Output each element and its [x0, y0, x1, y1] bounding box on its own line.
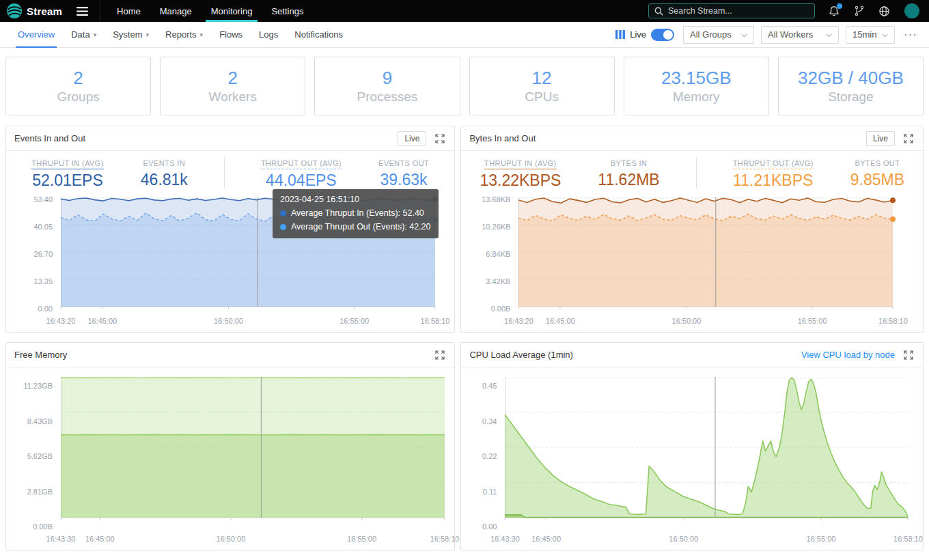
columns-icon: [615, 30, 625, 39]
events-live-button[interactable]: Live: [398, 131, 426, 146]
y-axis-label: 13.35: [6, 277, 53, 285]
monitoring-toolbar: OverviewData▾System▾Reports▾FlowsLogsNot…: [0, 22, 929, 48]
plot-area-cpu: 0.450.340.220.110.00: [461, 377, 923, 531]
chevron-down-icon: [882, 33, 888, 38]
stat-value: 46.81k: [141, 171, 188, 189]
x-axis-label: 16:58:10: [878, 317, 908, 325]
bytes-plot-svg[interactable]: [518, 197, 893, 310]
tab-system[interactable]: System▾: [105, 22, 157, 48]
git-branch-button[interactable]: [854, 5, 864, 16]
summary-label: Processes: [357, 89, 418, 104]
charts-grid: Events In and OutLiveTHRUPUT IN (AVG)52.…: [0, 126, 929, 556]
chart-header-memory: Free Memory: [6, 343, 454, 367]
x-axis-bytes: 16:43:2016:45:0016:50:0016:55:0016:58:10: [461, 313, 923, 332]
tab-notifications[interactable]: Notifications: [286, 22, 351, 48]
y-axis-label: 3.42KB: [461, 277, 510, 285]
expand-icon: [435, 350, 445, 360]
x-axis-label: 16:43:30: [46, 535, 76, 543]
y-axis-label: 8.43GB: [6, 417, 53, 425]
caret-down-icon: ▾: [94, 31, 97, 38]
nav-item-settings[interactable]: Settings: [262, 0, 313, 22]
select-all-workers[interactable]: All Workers: [761, 26, 839, 44]
x-axis-label: 16:50:00: [669, 535, 698, 543]
events-plot-svg[interactable]: [61, 197, 435, 310]
nav-item-monitoring[interactable]: Monitoring: [202, 0, 262, 22]
x-axis-label: 16:55:00: [347, 535, 376, 543]
y-axis-label: 0.00: [6, 305, 53, 313]
caret-down-icon: ▾: [200, 31, 204, 38]
live-toggle[interactable]: [651, 29, 674, 41]
select-15min[interactable]: 15min: [846, 26, 895, 44]
thruput-in-avg-stat: THRUPUT IN (AVG)13.22KBPS: [480, 156, 561, 190]
brand[interactable]: Stream: [7, 3, 62, 18]
chart-card-memory: Free Memory11.23GB8.43GB5.62GB2.81GB0.00…: [5, 342, 455, 550]
summary-card-workers[interactable]: 2Workers: [160, 57, 305, 115]
x-axis-label: 16:58:10: [421, 317, 450, 325]
stat-value: 11.21KBPS: [733, 171, 814, 190]
tab-label: Flows: [219, 29, 242, 40]
summary-card-cpus[interactable]: 12CPUs: [469, 57, 615, 115]
y-axis-label: 0.45: [461, 382, 497, 390]
x-axis-cpu: 16:43:3016:45:0016:50:0016:55:0016:58:10: [461, 531, 923, 550]
view-cpu-load-by-node-link[interactable]: View CPU load by node: [801, 350, 895, 360]
notifications-bell-button[interactable]: [829, 5, 840, 16]
tab-data[interactable]: Data▾: [63, 22, 105, 48]
events-expand-button[interactable]: [434, 132, 446, 145]
expand-icon: [435, 134, 445, 143]
more-options-button[interactable]: ···: [902, 31, 919, 38]
globe-button[interactable]: [878, 5, 890, 17]
memory-expand-button[interactable]: [434, 349, 446, 361]
user-avatar[interactable]: [904, 3, 919, 18]
nav-item-home[interactable]: Home: [107, 0, 150, 22]
cpu-expand-button[interactable]: [902, 349, 915, 361]
tab-logs[interactable]: Logs: [251, 22, 286, 48]
summary-card-storage[interactable]: 32GB / 40GBStorage: [778, 57, 924, 115]
search-icon: [654, 7, 663, 16]
chart-header-actions: Live: [398, 131, 446, 146]
y-axis-label: 0.00B: [461, 305, 510, 313]
search-input[interactable]: [668, 6, 809, 16]
select-all-groups[interactable]: All Groups: [683, 26, 754, 44]
search-box: [648, 3, 815, 18]
tab-flows[interactable]: Flows: [211, 22, 251, 48]
bytes-expand-button[interactable]: [902, 132, 915, 145]
cpu-plot-svg[interactable]: [505, 377, 908, 521]
stat-value: 9.85MB: [850, 171, 904, 189]
chart-header-cpu: CPU Load Average (1min)View CPU load by …: [461, 343, 923, 367]
tab-label: Overview: [18, 29, 55, 40]
hamburger-menu-button[interactable]: [74, 5, 90, 18]
events-in-stat: EVENTS IN46.81k: [141, 156, 188, 189]
thruput-out-avg-stat: THRUPUT OUT (AVG)11.21KBPS: [733, 156, 814, 190]
plot-area-bytes: 13.68KB10.26KB6.84KB3.42KB0.00B: [461, 197, 923, 313]
x-axis-label: 16:45:00: [531, 535, 561, 543]
tab-overview[interactable]: Overview: [10, 22, 63, 48]
primary-nav: HomeManageMonitoringSettings: [107, 0, 313, 22]
x-axis-label: 16:43:30: [490, 535, 520, 543]
summary-card-processes[interactable]: 9Processes: [314, 57, 460, 115]
memory-plot-svg[interactable]: [61, 377, 445, 521]
bytes-out-stat: BYTES OUT9.85MB: [850, 156, 904, 189]
x-axis-label: 16:43:20: [504, 317, 533, 325]
y-axis-label: 0.00: [461, 522, 497, 531]
nav-item-manage[interactable]: Manage: [150, 0, 202, 22]
stat-value: 11.62MB: [598, 171, 659, 189]
tab-reports[interactable]: Reports▾: [157, 22, 211, 48]
expand-icon: [904, 134, 913, 143]
summary-value: 23.15GB: [661, 68, 732, 89]
bytes-live-button[interactable]: Live: [866, 131, 895, 146]
x-axis-label: 16:55:00: [339, 317, 369, 325]
tab-label: Logs: [259, 29, 278, 40]
stat-label: THRUPUT OUT (AVG): [261, 159, 342, 169]
summary-value: 9: [383, 68, 392, 89]
y-axis-label: 0.00B: [6, 522, 53, 531]
events-chart-title: Events In and Out: [14, 133, 85, 143]
chevron-down-icon: [741, 33, 747, 38]
topbar-icons: [829, 3, 919, 18]
summary-value: 2: [228, 68, 238, 89]
summary-card-memory[interactable]: 23.15GBMemory: [624, 57, 769, 115]
summary-card-groups[interactable]: 2Groups: [5, 57, 151, 115]
y-axis-label: 0.34: [461, 417, 497, 425]
y-axis-label: 0.11: [461, 488, 497, 496]
toggle-knob: [663, 30, 673, 40]
select-value: 15min: [852, 29, 876, 40]
